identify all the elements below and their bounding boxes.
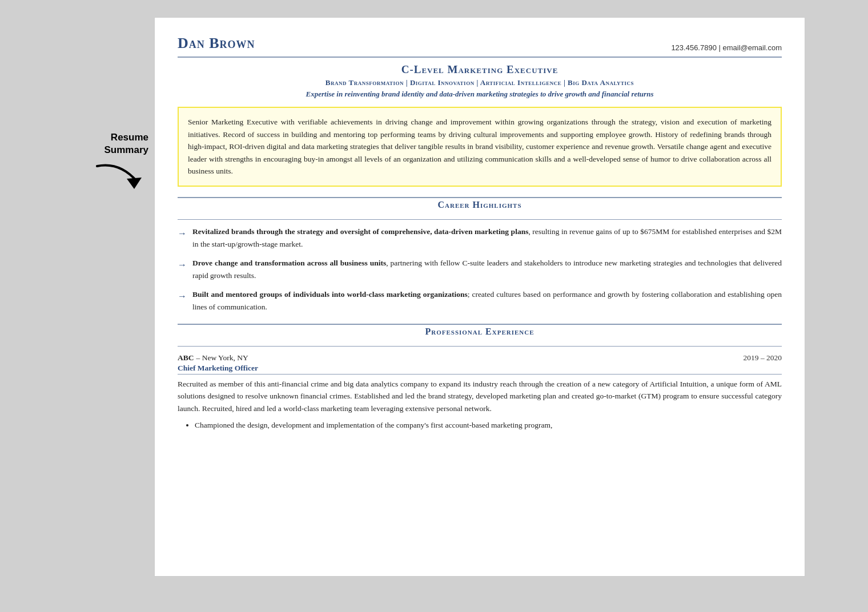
list-item: → Revitalized brands through the strateg… xyxy=(178,226,782,250)
bullet-arrow-1: → xyxy=(178,226,187,241)
career-highlights-header: Career Highlights xyxy=(178,200,782,212)
subtitle-line: Brand Transformation | Digital Innovatio… xyxy=(178,78,782,87)
contact-info: 123.456.7890 | email@email.com xyxy=(671,43,782,52)
job-title: Chief Marketing Officer xyxy=(178,364,782,375)
job-entry-abc: ABC – New York, NY 2019 – 2020 Chief Mar… xyxy=(178,352,782,432)
list-item: → Drove change and transformation across… xyxy=(178,257,782,281)
annotation-arrow xyxy=(91,162,148,190)
resume-summary-annotation: Resume Summary xyxy=(63,17,154,190)
main-title: C-Level Marketing Executive xyxy=(178,63,782,76)
career-highlights-section: Career Highlights → Revitalized brands t… xyxy=(178,197,782,313)
resume-header: Dan Brown 123.456.7890 | email@email.com xyxy=(178,35,782,58)
job-description: Recruited as member of this anti-financi… xyxy=(178,378,782,415)
job-header: ABC – New York, NY 2019 – 2020 xyxy=(178,352,782,363)
highlight-text-2: Drove change and transformation across a… xyxy=(192,257,782,281)
bullet-arrow-3: → xyxy=(178,289,187,304)
list-item: Championed the design, development and i… xyxy=(195,419,782,432)
expertise-line: Expertise in reinventing brand identity … xyxy=(178,90,782,99)
professional-experience-title: Professional Experience xyxy=(425,327,534,337)
career-highlights-title: Career Highlights xyxy=(437,200,521,210)
summary-box: Senior Marketing Executive with verifiab… xyxy=(178,107,782,187)
highlights-list: → Revitalized brands through the strateg… xyxy=(178,226,782,313)
resume-document: Dan Brown 123.456.7890 | email@email.com… xyxy=(154,17,805,577)
job-dates: 2019 – 2020 xyxy=(744,353,782,363)
company-location: ABC – New York, NY xyxy=(178,352,248,363)
svg-marker-0 xyxy=(127,178,142,189)
bullet-arrow-2: → xyxy=(178,257,187,272)
highlight-text-1: Revitalized brands through the strategy … xyxy=(192,226,782,250)
job-bullets: Championed the design, development and i… xyxy=(178,419,782,432)
professional-experience-header: Professional Experience xyxy=(178,327,782,339)
annotation-label: Resume Summary xyxy=(105,131,148,156)
job-location: New York, NY xyxy=(202,353,248,362)
candidate-name: Dan Brown xyxy=(178,35,255,52)
list-item: → Built and mentored groups of individua… xyxy=(178,288,782,313)
summary-text: Senior Marketing Executive with verifiab… xyxy=(188,118,771,175)
professional-experience-section: Professional Experience ABC – New York, … xyxy=(178,324,782,432)
title-section: C-Level Marketing Executive Brand Transf… xyxy=(178,63,782,99)
highlight-text-3: Built and mentored groups of individuals… xyxy=(192,288,782,313)
